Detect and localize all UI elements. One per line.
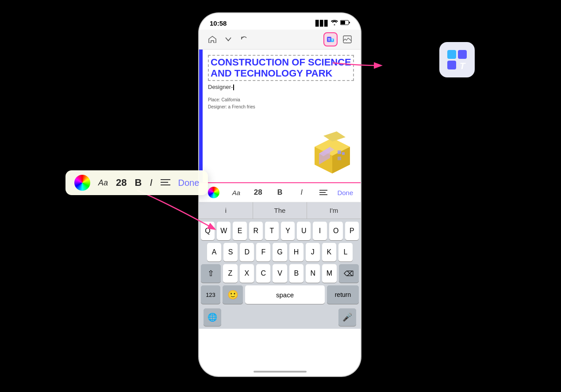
svg-rect-24	[447, 50, 456, 59]
autocomplete-the[interactable]: The	[253, 202, 307, 219]
autocomplete-i[interactable]: i	[199, 202, 253, 219]
key-o[interactable]: O	[329, 222, 343, 240]
phone-bold-button[interactable]: B	[269, 188, 291, 196]
kb-row-bottom: 123 🙂 space return	[201, 285, 359, 304]
svg-rect-13	[338, 150, 341, 154]
keyboard: Q W E R T Y U I O P A S D F G H J K	[199, 219, 361, 329]
key-h[interactable]: H	[289, 243, 304, 261]
float-size-label: 28	[116, 177, 127, 188]
key-z[interactable]: Z	[223, 264, 237, 283]
key-j[interactable]: J	[306, 243, 320, 261]
key-q[interactable]: Q	[201, 222, 215, 240]
phone-italic-button[interactable]: I	[291, 188, 312, 196]
text-cursor	[233, 85, 234, 90]
autocomplete-row: i The I'm	[199, 202, 361, 219]
key-r[interactable]: R	[249, 222, 263, 240]
phone-align-button[interactable]	[312, 189, 334, 196]
doc-meta: Place: California Designer: a French fri…	[208, 96, 355, 111]
key-t[interactable]: T	[265, 222, 279, 240]
key-return[interactable]: return	[327, 285, 359, 304]
doc-blue-bar	[199, 50, 203, 182]
wifi-icon	[331, 20, 338, 27]
phone-format-bar: Aa 28 B I Done	[199, 182, 361, 202]
float-align-button[interactable]	[161, 178, 170, 188]
status-icons: ▊▊▊	[315, 20, 350, 27]
phone-done-button[interactable]: Done	[334, 189, 356, 196]
key-globe[interactable]: 🌐	[204, 308, 221, 326]
key-d[interactable]: D	[240, 243, 254, 261]
doc-subtitle: Designer-	[208, 84, 355, 90]
undo-button[interactable]	[238, 33, 250, 46]
key-f[interactable]: F	[256, 243, 270, 261]
autocomplete-im[interactable]: I'm	[307, 202, 361, 219]
key-s[interactable]: S	[223, 243, 238, 261]
key-l[interactable]: L	[338, 243, 353, 261]
doc-content: CONSTRUCTION OF SCIENCE AND TECHNOLOGY P…	[199, 50, 361, 116]
float-toolbar: Aa 28 B I Done	[65, 170, 208, 195]
key-m[interactable]: M	[322, 264, 336, 283]
float-bold-button[interactable]: B	[135, 177, 142, 188]
key-delete[interactable]: ⌫	[339, 264, 359, 283]
doc-area: CONSTRUCTION OF SCIENCE AND TECHNOLOGY P…	[199, 50, 361, 182]
key-mic[interactable]: 🎤	[338, 308, 356, 326]
key-c[interactable]: C	[256, 264, 270, 283]
key-b[interactable]: B	[289, 264, 304, 283]
float-done-button[interactable]: Done	[178, 178, 200, 188]
svg-rect-14	[342, 152, 345, 155]
phone-color-wheel[interactable]	[208, 187, 219, 198]
phone: 10:58 ▊▊▊	[199, 13, 361, 376]
app-toolbar: T T	[199, 30, 361, 50]
key-123[interactable]: 123	[201, 285, 220, 304]
key-u[interactable]: U	[297, 222, 311, 240]
svg-rect-26	[447, 61, 456, 69]
key-i[interactable]: I	[313, 222, 327, 240]
key-w[interactable]: W	[217, 222, 231, 240]
toolbar-left	[206, 33, 250, 46]
doc-illustration	[306, 129, 359, 182]
signal-icon: ▊▊▊	[315, 20, 329, 27]
kb-row-2: A S D F G H J K L	[201, 243, 359, 261]
battery-icon	[340, 20, 350, 27]
key-v[interactable]: V	[273, 264, 287, 283]
phone-size-label: 28	[247, 188, 269, 197]
svg-rect-1	[341, 21, 345, 24]
svg-text:T: T	[331, 38, 334, 42]
svg-text:T: T	[328, 38, 330, 42]
chevron-down-button[interactable]	[222, 33, 234, 46]
app-icon-bubble: T	[439, 42, 475, 77]
text-replace-button[interactable]: T T	[323, 32, 338, 46]
kb-row-3: ⇧ Z X C V B N M ⌫	[201, 264, 359, 283]
kb-bottom-row: 🌐 🎤	[201, 307, 359, 327]
home-button[interactable]	[206, 33, 219, 46]
kb-row-1: Q W E R T Y U I O P	[201, 222, 359, 240]
key-shift[interactable]: ⇧	[201, 264, 221, 283]
svg-text:T: T	[460, 61, 466, 71]
key-p[interactable]: P	[345, 222, 359, 240]
float-italic-button[interactable]: I	[150, 177, 152, 188]
home-indicator	[254, 371, 307, 373]
float-font-button[interactable]: Aa	[98, 178, 108, 188]
key-emoji[interactable]: 🙂	[223, 285, 243, 304]
key-y[interactable]: Y	[281, 222, 295, 240]
svg-rect-25	[458, 50, 467, 59]
key-e[interactable]: E	[233, 222, 246, 240]
scene: 10:58 ▊▊▊	[0, 0, 561, 392]
status-bar: 10:58 ▊▊▊	[199, 13, 361, 30]
key-k[interactable]: K	[322, 243, 336, 261]
key-x[interactable]: X	[240, 264, 254, 283]
key-a[interactable]: A	[207, 243, 221, 261]
image-edit-button[interactable]	[341, 33, 354, 46]
phone-font-button[interactable]: Aa	[225, 189, 247, 196]
toolbar-right: T T	[323, 32, 354, 46]
key-space[interactable]: space	[245, 285, 325, 304]
doc-page: CONSTRUCTION OF SCIENCE AND TECHNOLOGY P…	[199, 50, 361, 182]
key-g[interactable]: G	[273, 243, 287, 261]
svg-rect-2	[349, 22, 350, 23]
svg-marker-12	[323, 131, 346, 142]
svg-rect-15	[338, 157, 341, 160]
key-n[interactable]: N	[306, 264, 320, 283]
float-color-wheel[interactable]	[74, 175, 90, 191]
doc-title[interactable]: CONSTRUCTION OF SCIENCE AND TECHNOLOGY P…	[208, 55, 354, 81]
status-time: 10:58	[210, 19, 227, 27]
